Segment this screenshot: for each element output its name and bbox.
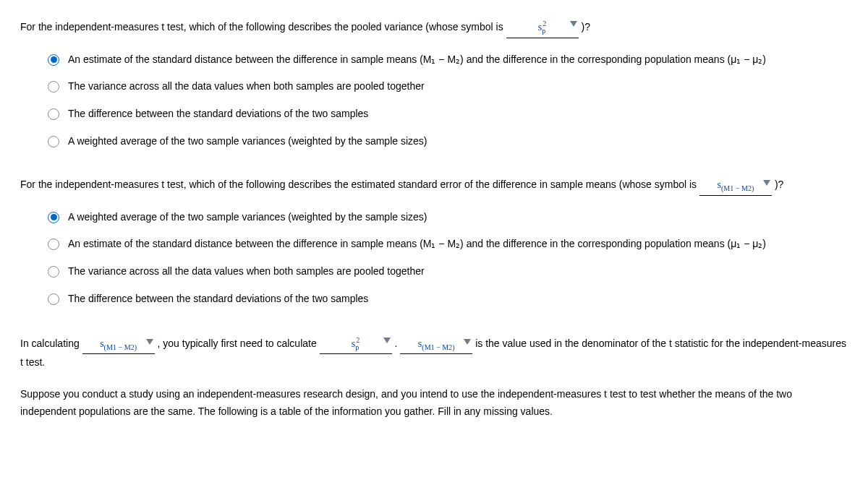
q1-option-0[interactable]: An estimate of the standard distance bet… xyxy=(48,51,848,69)
radio-icon xyxy=(48,239,59,250)
q1-text-after: )? xyxy=(581,21,590,33)
q2-option-0[interactable]: A weighted average of the two sample var… xyxy=(48,209,848,226)
option-text: The difference between the standard devi… xyxy=(68,291,848,308)
p4-text: Suppose you conduct a study using an ind… xyxy=(20,388,792,417)
question-2: For the independent-measures t test, whi… xyxy=(20,176,848,308)
option-text: An estimate of the standard distance bet… xyxy=(68,236,848,253)
q2-option-2[interactable]: The variance across all the data values … xyxy=(48,263,848,280)
paragraph-suppose: Suppose you conduct a study using an ind… xyxy=(20,386,848,421)
p3-t1: In calculating xyxy=(20,338,82,349)
option-text: A weighted average of the two sample var… xyxy=(68,133,848,150)
q2-text-after: )? xyxy=(775,179,783,190)
q1-text-before: For the independent-measures t test, whi… xyxy=(20,21,506,33)
dropdown-calc-second[interactable]: sp2 xyxy=(320,334,392,355)
question-1-prompt: For the independent-measures t test, whi… xyxy=(20,17,848,38)
sm1m2-symbol: s(M1 − M2) xyxy=(418,338,455,349)
radio-icon xyxy=(48,293,59,305)
sp2-symbol: sp2 xyxy=(352,338,360,349)
p3-t3: . xyxy=(395,338,401,349)
option-text: The variance across all the data values … xyxy=(68,78,848,95)
dropdown-denominator-value[interactable]: s(M1 − M2) xyxy=(400,335,472,355)
q1-option-2[interactable]: The difference between the standard devi… xyxy=(48,106,848,123)
radio-icon xyxy=(48,212,59,223)
radio-icon xyxy=(48,81,59,93)
q2-options: A weighted average of the two sample var… xyxy=(20,209,848,308)
dropdown-std-error-symbol[interactable]: s(M1 − M2) xyxy=(699,176,772,196)
dropdown-pooled-variance-symbol[interactable]: sp2 xyxy=(506,17,579,38)
radio-icon xyxy=(48,54,59,66)
p3-t2: , you typically first need to calculate xyxy=(158,338,320,349)
radio-icon xyxy=(48,136,59,147)
q2-option-3[interactable]: The difference between the standard devi… xyxy=(48,291,848,308)
sm1m2-symbol: s(M1 − M2) xyxy=(718,179,754,190)
question-2-prompt: For the independent-measures t test, whi… xyxy=(20,176,848,196)
dropdown-calc-first[interactable]: s(M1 − M2) xyxy=(82,335,155,355)
option-text: A weighted average of the two sample var… xyxy=(68,209,848,226)
radio-icon xyxy=(48,266,59,278)
q2-option-1[interactable]: An estimate of the standard distance bet… xyxy=(48,236,848,253)
sm1m2-symbol: s(M1 − M2) xyxy=(100,338,137,349)
option-text: An estimate of the standard distance bet… xyxy=(68,51,848,69)
q1-option-3[interactable]: A weighted average of the two sample var… xyxy=(48,133,848,150)
paragraph-calculate: In calculating s(M1 − M2) , you typicall… xyxy=(20,334,848,371)
question-1: For the independent-measures t test, whi… xyxy=(20,17,848,150)
q1-options: An estimate of the standard distance bet… xyxy=(20,51,848,150)
q2-text-before: For the independent-measures t test, whi… xyxy=(20,179,699,190)
option-text: The variance across all the data values … xyxy=(68,263,848,280)
radio-icon xyxy=(48,108,59,120)
option-text: The difference between the standard devi… xyxy=(68,106,848,123)
sp2-symbol: sp2 xyxy=(538,22,547,33)
q1-option-1[interactable]: The variance across all the data values … xyxy=(48,78,848,95)
